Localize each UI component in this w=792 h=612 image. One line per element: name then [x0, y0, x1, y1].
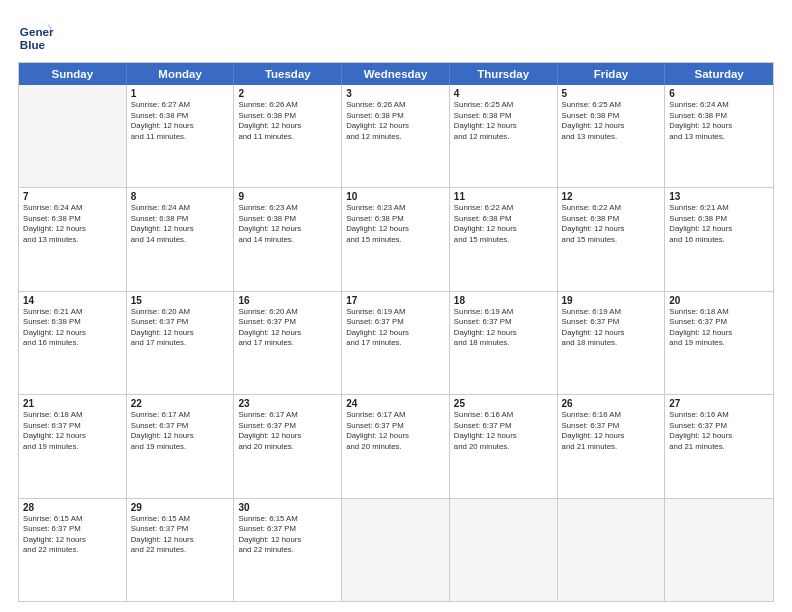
- day-info: Sunrise: 6:17 AM Sunset: 6:37 PM Dayligh…: [238, 410, 337, 452]
- day-info: Sunrise: 6:16 AM Sunset: 6:37 PM Dayligh…: [669, 410, 769, 452]
- calendar-cell: [450, 499, 558, 601]
- calendar-cell: 18Sunrise: 6:19 AM Sunset: 6:37 PM Dayli…: [450, 292, 558, 394]
- calendar: SundayMondayTuesdayWednesdayThursdayFrid…: [18, 62, 774, 602]
- page: General Blue SundayMondayTuesdayWednesda…: [0, 0, 792, 612]
- day-number: 11: [454, 191, 553, 202]
- calendar-cell: 6Sunrise: 6:24 AM Sunset: 6:38 PM Daylig…: [665, 85, 773, 187]
- day-info: Sunrise: 6:26 AM Sunset: 6:38 PM Dayligh…: [346, 100, 445, 142]
- day-number: 30: [238, 502, 337, 513]
- day-number: 23: [238, 398, 337, 409]
- calendar-cell: 23Sunrise: 6:17 AM Sunset: 6:37 PM Dayli…: [234, 395, 342, 497]
- day-info: Sunrise: 6:19 AM Sunset: 6:37 PM Dayligh…: [346, 307, 445, 349]
- calendar-cell: 13Sunrise: 6:21 AM Sunset: 6:38 PM Dayli…: [665, 188, 773, 290]
- calendar-cell: 4Sunrise: 6:25 AM Sunset: 6:38 PM Daylig…: [450, 85, 558, 187]
- calendar-cell: 21Sunrise: 6:18 AM Sunset: 6:37 PM Dayli…: [19, 395, 127, 497]
- header-day-tuesday: Tuesday: [234, 63, 342, 85]
- calendar-cell: 20Sunrise: 6:18 AM Sunset: 6:37 PM Dayli…: [665, 292, 773, 394]
- calendar-cell: 15Sunrise: 6:20 AM Sunset: 6:37 PM Dayli…: [127, 292, 235, 394]
- calendar-cell: [342, 499, 450, 601]
- calendar-cell: 10Sunrise: 6:23 AM Sunset: 6:38 PM Dayli…: [342, 188, 450, 290]
- day-info: Sunrise: 6:16 AM Sunset: 6:37 PM Dayligh…: [454, 410, 553, 452]
- calendar-cell: 12Sunrise: 6:22 AM Sunset: 6:38 PM Dayli…: [558, 188, 666, 290]
- day-info: Sunrise: 6:25 AM Sunset: 6:38 PM Dayligh…: [454, 100, 553, 142]
- day-number: 29: [131, 502, 230, 513]
- day-info: Sunrise: 6:27 AM Sunset: 6:38 PM Dayligh…: [131, 100, 230, 142]
- day-number: 19: [562, 295, 661, 306]
- calendar-cell: [665, 499, 773, 601]
- day-number: 13: [669, 191, 769, 202]
- day-info: Sunrise: 6:15 AM Sunset: 6:37 PM Dayligh…: [23, 514, 122, 556]
- calendar-row-1: 7Sunrise: 6:24 AM Sunset: 6:38 PM Daylig…: [19, 187, 773, 290]
- calendar-body: 1Sunrise: 6:27 AM Sunset: 6:38 PM Daylig…: [19, 85, 773, 601]
- day-info: Sunrise: 6:18 AM Sunset: 6:37 PM Dayligh…: [669, 307, 769, 349]
- day-info: Sunrise: 6:21 AM Sunset: 6:38 PM Dayligh…: [669, 203, 769, 245]
- calendar-cell: 24Sunrise: 6:17 AM Sunset: 6:37 PM Dayli…: [342, 395, 450, 497]
- header-day-monday: Monday: [127, 63, 235, 85]
- day-info: Sunrise: 6:17 AM Sunset: 6:37 PM Dayligh…: [131, 410, 230, 452]
- calendar-cell: 30Sunrise: 6:15 AM Sunset: 6:37 PM Dayli…: [234, 499, 342, 601]
- svg-text:General: General: [20, 25, 54, 38]
- day-info: Sunrise: 6:17 AM Sunset: 6:37 PM Dayligh…: [346, 410, 445, 452]
- calendar-cell: 3Sunrise: 6:26 AM Sunset: 6:38 PM Daylig…: [342, 85, 450, 187]
- svg-text:Blue: Blue: [20, 38, 46, 51]
- day-number: 10: [346, 191, 445, 202]
- day-number: 22: [131, 398, 230, 409]
- day-number: 9: [238, 191, 337, 202]
- day-info: Sunrise: 6:15 AM Sunset: 6:37 PM Dayligh…: [238, 514, 337, 556]
- day-number: 2: [238, 88, 337, 99]
- day-number: 18: [454, 295, 553, 306]
- calendar-cell: 17Sunrise: 6:19 AM Sunset: 6:37 PM Dayli…: [342, 292, 450, 394]
- day-info: Sunrise: 6:20 AM Sunset: 6:37 PM Dayligh…: [238, 307, 337, 349]
- day-info: Sunrise: 6:24 AM Sunset: 6:38 PM Dayligh…: [23, 203, 122, 245]
- calendar-cell: 5Sunrise: 6:25 AM Sunset: 6:38 PM Daylig…: [558, 85, 666, 187]
- day-info: Sunrise: 6:18 AM Sunset: 6:37 PM Dayligh…: [23, 410, 122, 452]
- calendar-row-4: 28Sunrise: 6:15 AM Sunset: 6:37 PM Dayli…: [19, 498, 773, 601]
- day-number: 4: [454, 88, 553, 99]
- header-day-sunday: Sunday: [19, 63, 127, 85]
- day-number: 21: [23, 398, 122, 409]
- calendar-cell: 25Sunrise: 6:16 AM Sunset: 6:37 PM Dayli…: [450, 395, 558, 497]
- day-info: Sunrise: 6:26 AM Sunset: 6:38 PM Dayligh…: [238, 100, 337, 142]
- day-number: 17: [346, 295, 445, 306]
- day-info: Sunrise: 6:21 AM Sunset: 6:38 PM Dayligh…: [23, 307, 122, 349]
- day-number: 24: [346, 398, 445, 409]
- day-number: 6: [669, 88, 769, 99]
- calendar-row-3: 21Sunrise: 6:18 AM Sunset: 6:37 PM Dayli…: [19, 394, 773, 497]
- calendar-cell: 27Sunrise: 6:16 AM Sunset: 6:37 PM Dayli…: [665, 395, 773, 497]
- day-info: Sunrise: 6:23 AM Sunset: 6:38 PM Dayligh…: [238, 203, 337, 245]
- day-info: Sunrise: 6:25 AM Sunset: 6:38 PM Dayligh…: [562, 100, 661, 142]
- day-number: 26: [562, 398, 661, 409]
- calendar-cell: [558, 499, 666, 601]
- day-info: Sunrise: 6:24 AM Sunset: 6:38 PM Dayligh…: [669, 100, 769, 142]
- day-number: 8: [131, 191, 230, 202]
- header-day-thursday: Thursday: [450, 63, 558, 85]
- day-info: Sunrise: 6:19 AM Sunset: 6:37 PM Dayligh…: [454, 307, 553, 349]
- calendar-cell: 9Sunrise: 6:23 AM Sunset: 6:38 PM Daylig…: [234, 188, 342, 290]
- calendar-row-2: 14Sunrise: 6:21 AM Sunset: 6:38 PM Dayli…: [19, 291, 773, 394]
- day-info: Sunrise: 6:19 AM Sunset: 6:37 PM Dayligh…: [562, 307, 661, 349]
- day-info: Sunrise: 6:23 AM Sunset: 6:38 PM Dayligh…: [346, 203, 445, 245]
- calendar-cell: 14Sunrise: 6:21 AM Sunset: 6:38 PM Dayli…: [19, 292, 127, 394]
- calendar-cell: 22Sunrise: 6:17 AM Sunset: 6:37 PM Dayli…: [127, 395, 235, 497]
- calendar-cell: [19, 85, 127, 187]
- calendar-header: SundayMondayTuesdayWednesdayThursdayFrid…: [19, 63, 773, 85]
- day-info: Sunrise: 6:15 AM Sunset: 6:37 PM Dayligh…: [131, 514, 230, 556]
- calendar-cell: 19Sunrise: 6:19 AM Sunset: 6:37 PM Dayli…: [558, 292, 666, 394]
- calendar-row-0: 1Sunrise: 6:27 AM Sunset: 6:38 PM Daylig…: [19, 85, 773, 187]
- logo: General Blue: [18, 18, 54, 54]
- header: General Blue: [18, 18, 774, 54]
- day-info: Sunrise: 6:24 AM Sunset: 6:38 PM Dayligh…: [131, 203, 230, 245]
- day-info: Sunrise: 6:22 AM Sunset: 6:38 PM Dayligh…: [454, 203, 553, 245]
- day-number: 25: [454, 398, 553, 409]
- day-number: 1: [131, 88, 230, 99]
- day-number: 15: [131, 295, 230, 306]
- day-info: Sunrise: 6:16 AM Sunset: 6:37 PM Dayligh…: [562, 410, 661, 452]
- day-number: 20: [669, 295, 769, 306]
- day-info: Sunrise: 6:22 AM Sunset: 6:38 PM Dayligh…: [562, 203, 661, 245]
- day-number: 27: [669, 398, 769, 409]
- day-number: 7: [23, 191, 122, 202]
- calendar-cell: 1Sunrise: 6:27 AM Sunset: 6:38 PM Daylig…: [127, 85, 235, 187]
- day-number: 5: [562, 88, 661, 99]
- calendar-cell: 7Sunrise: 6:24 AM Sunset: 6:38 PM Daylig…: [19, 188, 127, 290]
- header-day-saturday: Saturday: [665, 63, 773, 85]
